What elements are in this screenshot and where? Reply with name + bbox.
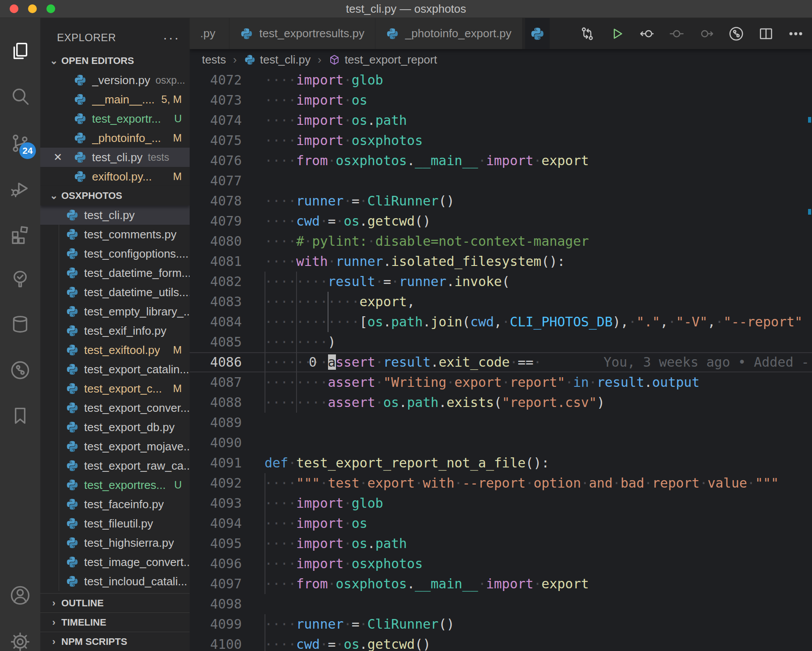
python-logo-icon[interactable] xyxy=(525,18,550,49)
open-editor-item-_photoinfo_...[interactable]: _photoinfo_...M xyxy=(40,128,190,148)
file-item-test_image_convert...[interactable]: test_image_convert... xyxy=(40,552,190,572)
file-item-test_export_mojave...[interactable]: test_export_mojave... xyxy=(40,437,190,456)
step-dot-icon-button[interactable] xyxy=(668,25,685,42)
tab-test_exportresults.py[interactable]: test_exportresults.py xyxy=(229,18,375,49)
more-actions-icon-button[interactable] xyxy=(787,25,804,42)
python-file-icon xyxy=(66,421,79,434)
code-line-4077[interactable]: 4077 xyxy=(190,171,812,191)
indent-guide xyxy=(265,272,265,292)
file-label: test_export_mojave... xyxy=(84,440,190,453)
code-line-4088[interactable]: 4088········assert·os.path.exists("repor… xyxy=(190,393,812,413)
code-line-4099[interactable]: 4099····runner·=·CliRunner() xyxy=(190,614,812,634)
file-item-test_exif_info.py[interactable]: test_exif_info.py xyxy=(40,321,190,340)
zoom-window-button[interactable] xyxy=(46,4,55,13)
code-line-4095[interactable]: 4095····import·os.path xyxy=(190,534,812,554)
activity-source-control-icon[interactable]: 24 xyxy=(0,131,40,156)
code-line-4092[interactable]: 4092····"""·test·export·with·--report·op… xyxy=(190,473,812,493)
code-line-4084[interactable]: 4084············[os.path.join(cwd,·CLI_P… xyxy=(190,312,812,332)
code-line-4073[interactable]: 4073····import·os xyxy=(190,90,812,110)
minimize-window-button[interactable] xyxy=(28,4,37,13)
section-timeline[interactable]: ›TIMELINE xyxy=(40,612,190,632)
code-line-4082[interactable]: 4082········result·=·runner.invoke( xyxy=(190,272,812,292)
code-line-4091[interactable]: 4091def·test_export_report_not_a_file(): xyxy=(190,453,812,473)
file-item-test_cli.py[interactable]: test_cli.py xyxy=(40,205,190,225)
breadcrumb-item-tests[interactable]: tests xyxy=(202,53,226,67)
close-icon[interactable]: ✕ xyxy=(53,151,62,163)
tab-_photoinfo_export.py[interactable]: _photoinfo_export.py xyxy=(375,18,523,49)
activity-search-icon[interactable] xyxy=(0,85,40,109)
code-line-4081[interactable]: 4081····with·runner.isolated_filesystem(… xyxy=(190,251,812,272)
activity-test-tree-icon[interactable] xyxy=(0,267,40,291)
activity-settings-gear-icon[interactable] xyxy=(0,630,40,651)
code-line-4085[interactable]: 4085········) xyxy=(190,332,812,352)
step-over-icon-button[interactable] xyxy=(698,25,715,42)
file-item-test_export_c...[interactable]: test_export_c...M xyxy=(40,379,190,398)
indent-guide xyxy=(265,372,265,393)
code-line-4076[interactable]: 4076····from·osxphotos.__main__·import·e… xyxy=(190,151,812,171)
code-line-4087[interactable]: 4087········assert·"Writing·export·repor… xyxy=(190,372,812,393)
code-line-4074[interactable]: 4074····import·os.path xyxy=(190,110,812,131)
breadcrumb-item-test_export_report[interactable]: test_export_report xyxy=(328,53,437,67)
code-line-4079[interactable]: 4079····cwd·=·os.getcwd() xyxy=(190,211,812,231)
activity-run-debug-icon[interactable] xyxy=(0,176,40,201)
chevron-down-icon: ⌄ xyxy=(46,190,61,202)
open-editors-header[interactable]: ⌄ OPEN EDITORS xyxy=(40,51,190,71)
file-item-test_highsierra.py[interactable]: test_highsierra.py xyxy=(40,533,190,552)
section-npm-scripts[interactable]: ›NPM SCRIPTS xyxy=(40,632,190,651)
code-line-4075[interactable]: 4075····import·osxphotos xyxy=(190,131,812,151)
step-back-icon-button[interactable] xyxy=(639,25,655,42)
code-line-4097[interactable]: 4097····from·osxphotos.__main__·import·e… xyxy=(190,574,812,594)
open-editor-item-test_cli.py[interactable]: ✕ test_cli.pytests xyxy=(40,148,190,167)
code-line-4089[interactable]: 4089 xyxy=(190,413,812,433)
activity-extensions-icon[interactable] xyxy=(0,222,40,246)
activity-database-icon[interactable] xyxy=(0,312,40,337)
file-item-test_datetime_form...[interactable]: test_datetime_form... xyxy=(40,263,190,283)
code-line-4094[interactable]: 4094····import·os xyxy=(190,513,812,534)
open-editor-item-test_exportr...[interactable]: test_exportr...U xyxy=(40,109,190,128)
file-item-test_fileutil.py[interactable]: test_fileutil.py xyxy=(40,514,190,533)
open-editor-item-exiftool.py...[interactable]: exiftool.py...M xyxy=(40,167,190,186)
open-editor-item-_version.py[interactable]: _version.pyosxp... xyxy=(40,71,190,90)
file-item-test_export_db.py[interactable]: test_export_db.py xyxy=(40,417,190,437)
run-icon-button[interactable] xyxy=(609,25,625,42)
code-line-4078[interactable]: 4078····runner·=·CliRunner() xyxy=(190,191,812,211)
split-editor-icon-button[interactable] xyxy=(758,25,774,42)
file-item-test_export_catalin...[interactable]: test_export_catalin... xyxy=(40,360,190,379)
tab-.py[interactable]: .py xyxy=(190,18,229,49)
code-line-4100[interactable]: 4100····cwd·=·os.getcwd() xyxy=(190,634,812,651)
file-item-test_configoptions....[interactable]: test_configoptions.... xyxy=(40,244,190,263)
file-item-test_empty_library_...[interactable]: test_empty_library_... xyxy=(40,302,190,321)
code-line-4083[interactable]: 4083············export, xyxy=(190,292,812,312)
file-item-test_incloud_catali...[interactable]: test_incloud_catali... xyxy=(40,572,190,591)
file-item-test_export_conver...[interactable]: test_export_conver... xyxy=(40,398,190,417)
file-item-test_exiftool.py[interactable]: test_exiftool.pyM xyxy=(40,340,190,360)
code-area[interactable]: 4072····import·glob4073····import·os4074… xyxy=(190,70,812,651)
compare-changes-icon-button[interactable] xyxy=(579,25,596,42)
file-item-test_datetime_utils....[interactable]: test_datetime_utils.... xyxy=(40,283,190,302)
code-line-4093[interactable]: 4093····import·glob xyxy=(190,493,812,513)
breadcrumb-item-test_cli.py[interactable]: test_cli.py xyxy=(244,53,311,67)
section-outline[interactable]: ›OUTLINE xyxy=(40,593,190,612)
activity-files-icon[interactable] xyxy=(0,39,40,64)
project-section-header[interactable]: ⌄ OSXPHOTOS xyxy=(40,186,190,205)
explorer-more-button[interactable]: ··· xyxy=(163,30,180,45)
code-line-4080[interactable]: 4080····#·pylint:·disable=not-context-ma… xyxy=(190,231,812,251)
file-item-test_export_raw_ca...[interactable]: test_export_raw_ca... xyxy=(40,456,190,475)
code-line-4090[interactable]: 4090 xyxy=(190,433,812,453)
file-item-test_comments.py[interactable]: test_comments.py xyxy=(40,225,190,244)
python-file-icon xyxy=(66,498,79,511)
activity-account-icon[interactable] xyxy=(0,583,40,608)
indent-guide xyxy=(265,473,265,493)
file-item-test_faceinfo.py[interactable]: test_faceinfo.py xyxy=(40,495,190,514)
code-line-4072[interactable]: 4072····import·glob xyxy=(190,70,812,90)
activity-git-graph-icon[interactable] xyxy=(0,358,40,382)
open-editor-item-__main__....[interactable]: __main__....5, M xyxy=(40,90,190,109)
activity-bookmarks-icon[interactable] xyxy=(0,403,40,428)
close-window-button[interactable] xyxy=(10,4,18,13)
code-line-4086[interactable]: 4086········assert·result.exit_code·==·0… xyxy=(190,352,812,372)
file-item-test_exportres...[interactable]: test_exportres...U xyxy=(40,475,190,495)
code-line-4096[interactable]: 4096····import·osxphotos xyxy=(190,554,812,574)
git-graph-icon-button[interactable] xyxy=(728,25,745,42)
code-line-4098[interactable]: 4098 xyxy=(190,594,812,614)
line-number: 4099 xyxy=(190,614,242,634)
